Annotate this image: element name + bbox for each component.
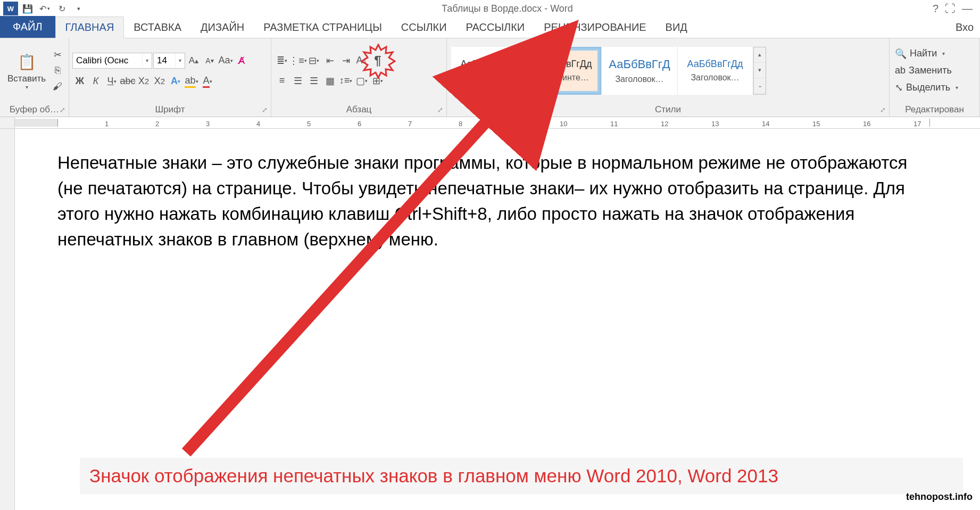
group-font: ▾ ▾ A▴ A▾ Aa▾ A̸ Ж К Ч▾ abc X2 X2 A▾ ab▾… — [69, 38, 271, 117]
clear-format-icon[interactable]: A̸ — [234, 53, 249, 68]
minimize-icon[interactable]: — — [962, 3, 973, 15]
chevron-down-icon[interactable]: ▾ — [175, 53, 185, 68]
align-left-icon[interactable]: ≡ — [275, 73, 289, 88]
tab-mailings[interactable]: РАССЫЛКИ — [456, 17, 535, 38]
group-label-styles: Стили — [655, 104, 681, 115]
group-clipboard: 📋 Вставить ▾ ✂ ⎘ 🖌 Буфер об…⤢ — [0, 38, 69, 117]
ribbon-tabs: ФАЙЛ ГЛАВНАЯ ВСТАВКА ДИЗАЙН РАЗМЕТКА СТР… — [0, 17, 980, 38]
tab-review[interactable]: РЕЦЕНЗИРОВАНИЕ — [534, 17, 655, 38]
change-case-icon[interactable]: Aa▾ — [218, 53, 233, 68]
group-label-clipboard: Буфер об… — [10, 104, 59, 115]
font-launcher-icon[interactable]: ⤢ — [262, 106, 268, 114]
group-label-font: Шрифт — [155, 104, 185, 115]
line-spacing-icon[interactable]: ↕≡▾ — [338, 73, 353, 88]
window-title: Таблицы в Ворде.docx - Word — [89, 3, 925, 14]
chevron-down-icon[interactable]: ▾ — [142, 53, 152, 68]
style-heading1[interactable]: АаБбВвГгД Заголовок… — [602, 47, 677, 95]
shrink-font-icon[interactable]: A▾ — [202, 53, 217, 68]
grow-font-icon[interactable]: A▴ — [186, 53, 201, 68]
styles-more-icon[interactable]: ⌄ — [754, 78, 766, 94]
font-name-input[interactable] — [73, 53, 142, 68]
group-styles: АаБбВвГгДд ¶ Обычный АаБбВвГгДд ¶ Без ин… — [447, 38, 890, 117]
select-button[interactable]: ⤡Выделить▾ — [893, 80, 960, 96]
style-normal[interactable]: АаБбВвГгДд ¶ Обычный — [451, 47, 526, 95]
ribbon: 📋 Вставить ▾ ✂ ⎘ 🖌 Буфер об…⤢ ▾ ▾ A▴ A▾ … — [0, 38, 980, 117]
find-button[interactable]: 🔍Найти▾ — [893, 46, 960, 62]
redo-icon[interactable]: ↻ — [54, 2, 69, 15]
find-icon: 🔍 — [895, 48, 907, 60]
show-hide-marks-button[interactable]: ¶ — [370, 53, 385, 68]
styles-down-icon[interactable]: ▾ — [754, 63, 766, 78]
italic-icon[interactable]: К — [88, 74, 103, 89]
word-icon[interactable]: W — [3, 2, 18, 15]
format-painter-icon[interactable]: 🖌 — [50, 79, 65, 94]
align-right-icon[interactable]: ☰ — [306, 73, 321, 88]
text-effects-icon[interactable]: A▾ — [168, 74, 183, 89]
style-heading2[interactable]: АаБбВвГгДд Заголовок… — [678, 47, 752, 95]
indent-inc-icon[interactable]: ⇥ — [338, 53, 353, 68]
style-no-spacing[interactable]: АаБбВвГгДд ¶ Без инте… — [527, 47, 601, 95]
font-size-combo[interactable]: ▾ — [153, 53, 185, 69]
watermark: tehnopost.info — [906, 491, 973, 503]
styles-launcher-icon[interactable]: ⤢ — [880, 106, 886, 114]
window-controls: ? ⛶ — — [925, 3, 980, 15]
sign-in[interactable]: Вхо — [949, 17, 980, 38]
tab-home[interactable]: ГЛАВНАЯ — [55, 17, 124, 38]
clipboard-launcher-icon[interactable]: ⤢ — [60, 106, 65, 114]
copy-icon[interactable]: ⎘ — [50, 63, 65, 78]
tab-design[interactable]: ДИЗАЙН — [191, 17, 254, 38]
undo-icon[interactable]: ↶▾ — [37, 2, 52, 15]
group-paragraph: ≣▾ ⋮≡▾ ⊟▾ ⇤ ⇥ A↓ ¶ ≡ ☰ ☰ ▦ ↕≡▾ ▢▾ ⊞▾ — [271, 38, 447, 117]
cut-icon[interactable]: ✂ — [50, 47, 65, 62]
bold-icon[interactable]: Ж — [72, 74, 87, 89]
paste-button[interactable]: 📋 Вставить ▾ — [3, 40, 50, 101]
replace-icon: ab — [895, 65, 906, 76]
document-page[interactable]: Непечатные знаки – это служебные знаки п… — [15, 129, 980, 510]
paragraph-launcher-icon[interactable]: ⤢ — [437, 106, 443, 114]
clipboard-icon: 📋 — [16, 51, 37, 72]
bullets-icon[interactable]: ≣▾ — [275, 53, 289, 68]
group-label-paragraph: Абзац — [346, 104, 372, 115]
align-center-icon[interactable]: ☰ — [290, 73, 305, 88]
strike-icon[interactable]: abc — [120, 74, 135, 89]
styles-scroll: ▴ ▾ ⌄ — [753, 47, 766, 95]
quick-access-toolbar: W 💾 ↶▾ ↻ ▾ — [0, 2, 89, 15]
styles-up-icon[interactable]: ▴ — [754, 47, 766, 63]
help-icon[interactable]: ? — [933, 3, 939, 15]
ribbon-options-icon[interactable]: ⛶ — [945, 3, 956, 15]
indent-dec-icon[interactable]: ⇤ — [322, 53, 337, 68]
save-icon[interactable]: 💾 — [20, 2, 35, 15]
tab-insert[interactable]: ВСТАВКА — [124, 17, 191, 38]
numbering-icon[interactable]: ⋮≡▾ — [290, 53, 305, 68]
svg-marker-0 — [362, 45, 395, 78]
replace-button[interactable]: abЗаменить — [893, 63, 960, 79]
styles-gallery[interactable]: АаБбВвГгДд ¶ Обычный АаБбВвГгДд ¶ Без ин… — [450, 46, 767, 96]
highlight-icon[interactable]: ab▾ — [184, 74, 199, 89]
annotation-callout: Значок отображения непечатных знаков в г… — [80, 458, 963, 494]
document-paragraph[interactable]: Непечатные знаки – это служебные знаки п… — [57, 150, 932, 252]
document-area: Непечатные знаки – это служебные знаки п… — [0, 129, 980, 510]
group-editing: 🔍Найти▾ abЗаменить ⤡Выделить▾ Редактиров… — [890, 38, 980, 117]
vertical-ruler[interactable] — [0, 129, 15, 510]
tab-view[interactable]: ВИД — [656, 17, 697, 38]
select-icon: ⤡ — [895, 82, 903, 94]
font-name-combo[interactable]: ▾ — [72, 53, 152, 69]
title-bar: W 💾 ↶▾ ↻ ▾ Таблицы в Ворде.docx - Word ?… — [0, 0, 980, 17]
tab-layout[interactable]: РАЗМЕТКА СТРАНИЦЫ — [254, 17, 392, 38]
horizontal-ruler[interactable]: 1234567891011121314151617 — [0, 117, 980, 129]
tab-file[interactable]: ФАЙЛ — [0, 16, 55, 38]
multilevel-icon[interactable]: ⊟▾ — [306, 53, 321, 68]
group-label-editing: Редактирован — [905, 104, 964, 115]
superscript-icon[interactable]: X2 — [152, 74, 167, 89]
qat-customize-icon[interactable]: ▾ — [71, 2, 86, 15]
tab-references[interactable]: ССЫЛКИ — [392, 17, 456, 38]
starburst-highlight-icon — [361, 44, 396, 79]
subscript-icon[interactable]: X2 — [136, 74, 151, 89]
font-size-input[interactable] — [154, 53, 175, 68]
underline-icon[interactable]: Ч▾ — [104, 74, 119, 89]
font-color-icon[interactable]: A▾ — [200, 74, 215, 89]
justify-icon[interactable]: ▦ — [322, 73, 337, 88]
